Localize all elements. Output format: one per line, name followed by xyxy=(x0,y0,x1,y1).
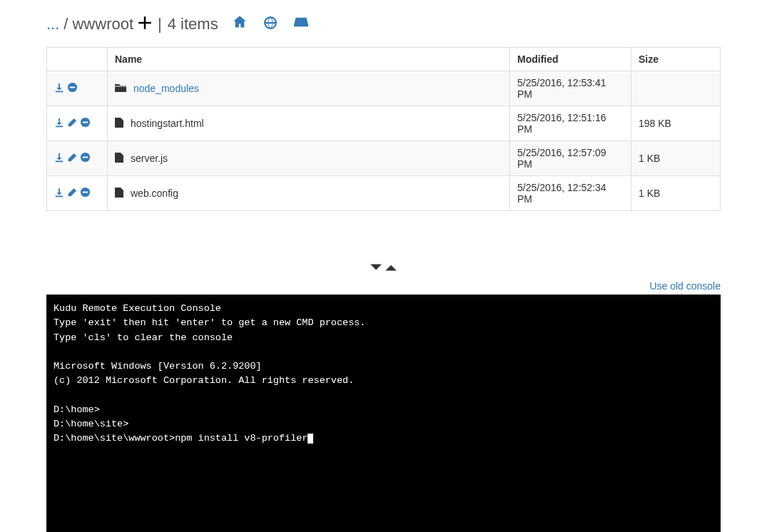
download-icon[interactable] xyxy=(54,83,64,95)
delete-icon[interactable] xyxy=(67,82,78,95)
file-table: Name Modified Size node_modules5/25/2016… xyxy=(46,47,721,211)
chevron-up-icon[interactable] xyxy=(385,265,397,276)
folder-icon xyxy=(115,83,126,95)
globe-icon[interactable] xyxy=(264,15,277,34)
home-icon[interactable] xyxy=(233,15,247,34)
use-old-console-link[interactable]: Use old console xyxy=(649,280,721,292)
console[interactable]: Kudu Remote Execution Console Type 'exit… xyxy=(46,295,721,532)
modified-cell: 5/25/2016, 12:53:41 PM xyxy=(510,71,631,106)
header-actions xyxy=(47,48,108,71)
modified-cell: 5/25/2016, 12:52:34 PM xyxy=(510,176,631,211)
svg-rect-7 xyxy=(83,192,88,193)
download-icon[interactable] xyxy=(54,188,64,200)
file-name: hostingstart.html xyxy=(131,118,204,129)
file-icon xyxy=(115,188,123,200)
size-cell xyxy=(631,71,721,106)
size-cell: 198 KB xyxy=(631,106,721,141)
size-cell: 1 KB xyxy=(631,141,721,176)
console-toggle xyxy=(0,261,767,276)
download-icon[interactable] xyxy=(54,153,64,165)
console-cursor xyxy=(308,434,313,444)
download-icon[interactable] xyxy=(54,118,64,130)
delete-icon[interactable] xyxy=(80,152,91,165)
breadcrumb-parent[interactable]: ... xyxy=(46,15,59,34)
delete-icon[interactable] xyxy=(80,117,91,130)
disk-icon[interactable] xyxy=(294,15,308,34)
edit-icon[interactable] xyxy=(67,188,77,200)
edit-icon[interactable] xyxy=(67,118,77,130)
modified-cell: 5/25/2016, 12:57:09 PM xyxy=(510,141,631,176)
table-row: web.config5/25/2016, 12:52:34 PM1 KB xyxy=(47,176,721,211)
breadcrumb-current: wwwroot xyxy=(72,15,133,34)
edit-icon[interactable] xyxy=(67,153,77,165)
table-row: hostingstart.html5/25/2016, 12:51:16 PM1… xyxy=(47,106,721,141)
modified-cell: 5/25/2016, 12:51:16 PM xyxy=(510,106,631,141)
size-cell: 1 KB xyxy=(631,176,721,211)
table-row: node_modules5/25/2016, 12:53:41 PM xyxy=(47,71,721,106)
breadcrumb-pipe: | xyxy=(158,15,162,34)
delete-icon[interactable] xyxy=(80,187,91,200)
file-icon xyxy=(115,153,123,165)
svg-rect-1 xyxy=(70,87,76,88)
breadcrumb-separator: / xyxy=(64,15,68,34)
file-name: server.js xyxy=(131,153,168,164)
breadcrumb: ... / wwwroot | 4 items xyxy=(46,14,721,34)
add-icon[interactable] xyxy=(138,14,152,34)
file-name: web.config xyxy=(131,188,178,199)
svg-rect-5 xyxy=(83,157,88,158)
header-name: Name xyxy=(108,48,510,71)
table-row: server.js5/25/2016, 12:57:09 PM1 KB xyxy=(47,141,721,176)
svg-rect-3 xyxy=(83,122,88,123)
chevron-down-icon[interactable] xyxy=(370,265,382,276)
item-count: 4 items xyxy=(168,15,218,34)
header-size: Size xyxy=(631,48,721,71)
header-modified: Modified xyxy=(510,48,631,71)
file-icon xyxy=(115,118,123,130)
folder-name-link[interactable]: node_modules xyxy=(133,83,199,94)
